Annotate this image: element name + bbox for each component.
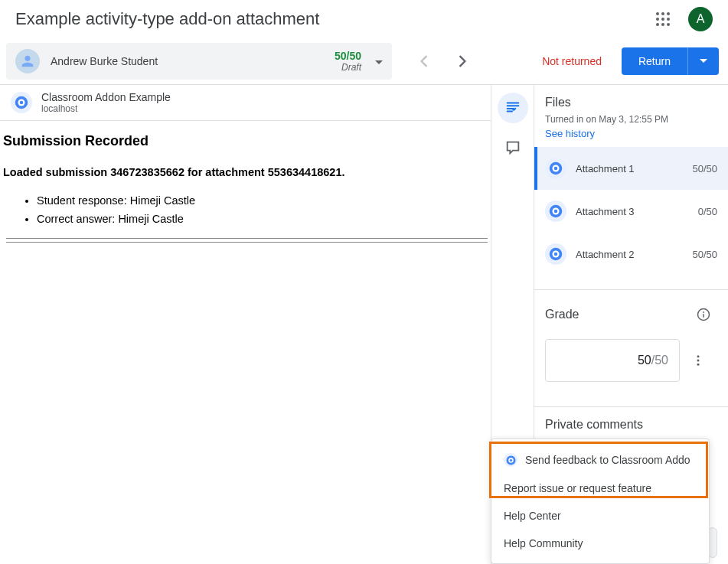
info-icon[interactable] xyxy=(690,301,717,328)
status-not-returned: Not returned xyxy=(542,55,602,67)
turned-in-timestamp: Turned in on May 3, 12:55 PM xyxy=(545,114,728,125)
attachment-item[interactable]: Attachment 1 50/50 xyxy=(534,147,728,190)
help-center-item[interactable]: Help Center xyxy=(491,502,709,530)
addon-body: Submission Recorded Loaded submission 34… xyxy=(0,121,491,564)
help-community-item[interactable]: Help Community xyxy=(491,530,709,557)
prev-student-button[interactable] xyxy=(409,46,439,77)
popup-item-label: Send feedback to Classroom Addo xyxy=(525,454,690,466)
page-title: Example activity-type add-on attachment xyxy=(15,9,319,29)
svg-point-11 xyxy=(554,253,558,256)
addon-icon xyxy=(545,200,566,222)
comments-title: Private comments xyxy=(545,418,717,432)
help-popup-menu: Send feedback to Classroom Addo Report i… xyxy=(491,438,710,564)
student-name: Andrew Burke Student xyxy=(51,55,335,67)
files-tab-button[interactable] xyxy=(498,93,528,123)
svg-rect-14 xyxy=(703,314,704,318)
grade-value: 50 xyxy=(638,354,651,367)
addon-subtitle: localhost xyxy=(41,103,171,114)
addon-icon xyxy=(545,243,566,265)
return-button[interactable]: Return xyxy=(622,47,688,75)
grade-denominator: /50 xyxy=(651,354,668,367)
addon-icon xyxy=(545,158,566,179)
addon-title: Classroom Addon Example xyxy=(41,91,171,103)
student-response: Student response: Himeji Castle xyxy=(37,192,491,210)
return-dropdown-button[interactable] xyxy=(688,47,719,75)
svg-point-20 xyxy=(509,458,511,461)
student-avatar-icon xyxy=(15,49,40,73)
attachment-grade: 50/50 xyxy=(692,163,717,174)
grade-input[interactable]: 50/50 xyxy=(545,339,680,382)
see-history-link[interactable]: See history xyxy=(545,128,728,139)
svg-point-17 xyxy=(697,364,700,366)
addon-icon xyxy=(11,92,32,113)
svg-point-2 xyxy=(20,101,24,105)
apps-icon[interactable] xyxy=(650,6,676,32)
submission-heading: Submission Recorded xyxy=(3,133,491,149)
addon-icon xyxy=(504,453,517,467)
svg-point-8 xyxy=(554,210,558,214)
student-grade: 50/50 xyxy=(335,50,361,62)
grade-title: Grade xyxy=(545,308,579,321)
attachment-grade: 50/50 xyxy=(692,249,717,260)
svg-point-5 xyxy=(554,167,558,171)
comments-tab-button[interactable] xyxy=(498,132,528,163)
popup-item-label: Report issue or request feature xyxy=(504,482,651,494)
loaded-text: Loaded submission 346723835662 for attac… xyxy=(3,166,491,178)
popup-item-label: Help Center xyxy=(504,510,561,522)
account-avatar[interactable]: A xyxy=(688,7,713,31)
draft-label: Draft xyxy=(335,62,361,73)
svg-point-13 xyxy=(703,311,704,313)
svg-point-15 xyxy=(697,355,700,357)
files-title: Files xyxy=(545,96,728,109)
addon-header: Classroom Addon Example localhost xyxy=(0,85,491,121)
send-feedback-item[interactable]: Send feedback to Classroom Addo xyxy=(491,445,709,474)
attachment-item[interactable]: Attachment 3 0/50 xyxy=(534,190,728,233)
attachment-name: Attachment 3 xyxy=(576,206,698,217)
student-selector[interactable]: Andrew Burke Student 50/50 Draft xyxy=(6,43,392,80)
attachment-item[interactable]: Attachment 2 50/50 xyxy=(534,233,728,275)
report-issue-item[interactable]: Report issue or request feature xyxy=(491,474,709,502)
popup-item-label: Help Community xyxy=(504,537,583,549)
grade-more-icon[interactable] xyxy=(684,347,712,374)
attachment-grade: 0/50 xyxy=(698,206,717,217)
svg-point-16 xyxy=(697,360,700,362)
next-student-button[interactable] xyxy=(447,46,478,77)
attachment-name: Attachment 1 xyxy=(576,163,692,174)
correct-answer: Correct answer: Himeji Castle xyxy=(37,210,491,229)
attachment-name: Attachment 2 xyxy=(576,249,692,260)
dropdown-arrow-icon xyxy=(375,55,383,67)
